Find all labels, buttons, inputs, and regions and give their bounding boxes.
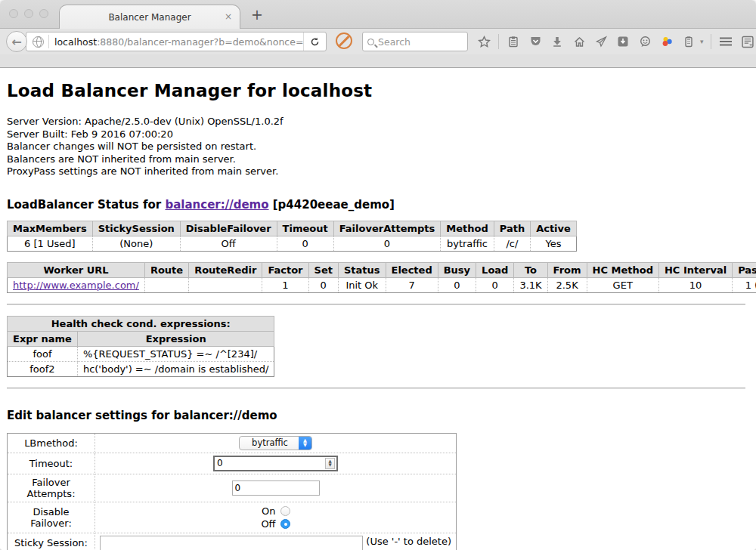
workers-header-row: Worker URL Route RouteRedir Factor Set S…: [8, 262, 756, 277]
send-tab-icon[interactable]: [593, 34, 609, 49]
container-tabs-icon[interactable]: [681, 34, 696, 49]
col-routeredir: RouteRedir: [189, 262, 262, 277]
content-blocked-icon[interactable]: [336, 32, 352, 49]
col-failoverattempts: FailoverAttempts: [333, 221, 441, 236]
bookmark-star-icon[interactable]: [476, 34, 491, 49]
worker-hc-method: GET: [587, 277, 658, 292]
disable-failover-row: Disable Failover: On Off: [8, 502, 457, 533]
col-hc-interval: HC Interval: [658, 262, 732, 277]
status-heading-prefix: LoadBalancer Status for: [7, 198, 165, 212]
timeout-input[interactable]: [215, 458, 325, 468]
timeout-row: Timeout: ▲▼: [8, 453, 457, 474]
col-hc-method: HC Method: [587, 262, 658, 277]
expr-name: foof2: [8, 361, 78, 376]
tab-bar: Balancer Manager × +: [0, 0, 756, 29]
val-path: /c/: [494, 236, 530, 251]
reading-list-icon[interactable]: [506, 34, 521, 49]
status-heading-suffix: [p4420eeae_demo]: [269, 198, 395, 212]
worker-to: 3.1K: [514, 277, 547, 292]
search-bar[interactable]: [362, 32, 468, 51]
radio-on-label: On: [262, 505, 275, 517]
screenshot-icon[interactable]: [615, 34, 631, 49]
worker-load: 0: [476, 277, 514, 292]
sticky-session-hint: (Use '-' to delete): [366, 536, 451, 547]
failover-attempts-row: Failover Attempts:: [8, 474, 457, 502]
timeout-input-wrapper: ▲▼: [213, 456, 338, 471]
new-tab-button[interactable]: +: [251, 6, 263, 23]
col-busy: Busy: [438, 262, 476, 277]
zoom-window-button[interactable]: [39, 9, 48, 18]
tab-balancer-manager[interactable]: Balancer Manager ×: [59, 5, 240, 29]
col-passes: Passes: [733, 262, 756, 277]
bookmarks-bar: [0, 54, 756, 68]
col-worker-url: Worker URL: [8, 262, 145, 277]
worker-set: 0: [308, 277, 338, 292]
val-active: Yes: [531, 236, 577, 251]
col-status: Status: [338, 262, 386, 277]
hc-row-foof: foof %{REQUEST_STATUS} =~ /^[234]/: [8, 346, 274, 361]
lbmethod-selected-value: bytraffic: [240, 437, 299, 448]
expr-value: hc('body') =~ /domain is established/: [77, 361, 274, 376]
col-factor: Factor: [262, 262, 308, 277]
inherit-note: Balancers are NOT inherited from main se…: [7, 153, 745, 166]
section-divider: [7, 304, 745, 305]
worker-routeredir: [189, 277, 262, 292]
col-stickysession: StickySession: [92, 221, 180, 236]
edit-settings-heading: Edit balancer settings for balancer://de…: [7, 409, 745, 422]
chat-icon[interactable]: [637, 34, 652, 49]
back-arrow-icon: ←: [11, 35, 21, 49]
expr-value: %{REQUEST_STATUS} =~ /^[234]/: [77, 346, 274, 361]
minimize-window-button[interactable]: [24, 9, 33, 18]
tab-close-icon[interactable]: ×: [225, 11, 232, 22]
hc-table-title: Health check cond. expressions:: [8, 316, 274, 331]
sticky-session-row: Sticky Session: (Use '-' to delete): [8, 533, 457, 550]
navigation-toolbar: ← localhost:8880/balancer-manager?b=demo…: [0, 29, 756, 54]
failover-attempts-input[interactable]: [232, 480, 320, 496]
url-bar[interactable]: localhost:8880/balancer-manager?b=demo&n…: [26, 32, 327, 51]
downloads-icon[interactable]: [550, 34, 565, 49]
dropdown-caret-icon[interactable]: ▾: [700, 38, 704, 45]
browser-window: Balancer Manager × + ← localhost:8880/ba…: [0, 0, 756, 550]
balancer-demo-link[interactable]: balancer://demo: [165, 198, 268, 212]
colored-dots-icon[interactable]: [659, 34, 674, 49]
col-expression: Expression: [77, 331, 274, 346]
toolbar-divider: [711, 34, 711, 49]
search-input[interactable]: [378, 36, 454, 48]
sidebar-grid-icon[interactable]: [740, 34, 755, 49]
close-window-button[interactable]: [9, 9, 18, 18]
url-text[interactable]: localhost:8880/balancer-manager?b=demo&n…: [54, 36, 303, 48]
server-info: Server Version: Apache/2.5.0-dev (Unix) …: [7, 116, 745, 178]
back-button[interactable]: ←: [6, 31, 27, 52]
col-load: Load: [476, 262, 514, 277]
col-expr-name: Expr name: [8, 331, 78, 346]
lbmethod-label: LBmethod:: [8, 433, 95, 453]
col-path: Path: [494, 221, 530, 236]
window-controls[interactable]: [9, 9, 48, 18]
radio-off[interactable]: [280, 519, 290, 529]
radio-on[interactable]: [280, 506, 290, 516]
hc-title-row: Health check cond. expressions:: [8, 316, 274, 331]
col-set: Set: [308, 262, 338, 277]
server-built: Server Built: Feb 9 2016 07:00:20: [7, 128, 745, 141]
section-divider: [7, 388, 745, 389]
reload-button[interactable]: [303, 32, 326, 51]
page-title: Load Balancer Manager for localhost: [7, 81, 745, 100]
worker-url-link[interactable]: http://www.example.com/: [13, 280, 139, 291]
home-icon[interactable]: [572, 34, 587, 49]
col-maxmembers: MaxMembers: [8, 221, 93, 236]
disable-failover-label: Disable Failover:: [8, 502, 95, 533]
params-value-row: 6 [1 Used] (None) Off 0 0 bytraffic /c/ …: [8, 236, 577, 251]
sticky-session-input[interactable]: [100, 536, 363, 550]
lbmethod-select[interactable]: bytraffic ▲▼: [239, 436, 312, 450]
radio-off-label: Off: [261, 518, 275, 530]
worker-row: http://www.example.com/ 1 0 Init Ok 7 0 …: [8, 277, 756, 292]
site-identity-globe-icon[interactable]: [33, 36, 44, 48]
number-stepper-icon[interactable]: ▲▼: [325, 458, 335, 469]
toolbar-buttons: ▾: [476, 29, 755, 54]
val-disablefailover: Off: [180, 236, 277, 251]
menu-hamburger-icon[interactable]: [718, 34, 733, 49]
col-from: From: [547, 262, 587, 277]
url-divider: [48, 35, 49, 48]
proxypass-note: ProxyPass settings are NOT inherited fro…: [7, 165, 745, 178]
pocket-icon[interactable]: [528, 34, 543, 49]
